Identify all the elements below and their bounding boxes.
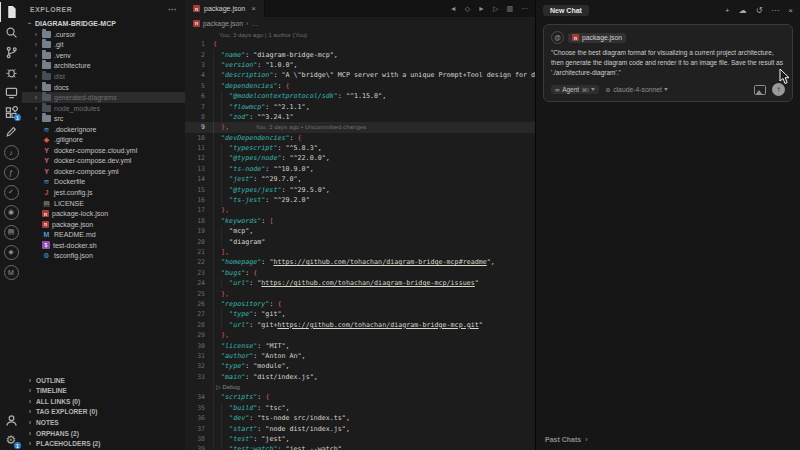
send-button[interactable]: ↑ bbox=[772, 83, 785, 96]
ext-music-icon[interactable]: ♪ bbox=[0, 142, 22, 162]
tree-item-label: dist bbox=[54, 73, 65, 80]
tree-item-dist[interactable]: ›dist bbox=[22, 71, 185, 82]
pen-icon[interactable] bbox=[0, 122, 22, 142]
tree-item-docker-compose-cloud-yml[interactable]: Ydocker-compose.cloud.yml bbox=[22, 145, 185, 156]
tree-item-label: .dockerignore bbox=[54, 126, 96, 133]
line-number: 32 bbox=[185, 362, 205, 370]
ext-tree-icon[interactable]: ✓ bbox=[0, 182, 22, 202]
ext-document-icon[interactable]: ▤ bbox=[0, 222, 22, 242]
past-chats-link[interactable]: Past Chats › bbox=[536, 436, 800, 450]
image-attach-icon[interactable] bbox=[754, 85, 766, 95]
model-selector[interactable]: ⚙ claude-4-sonnet bbox=[605, 86, 668, 93]
tree-item-src[interactable]: ›src bbox=[22, 113, 185, 124]
section-tag-explorer-0-[interactable]: ›TAG EXPLORER (0) bbox=[22, 407, 185, 418]
ext-markdown-icon[interactable]: M bbox=[0, 262, 22, 282]
section-label: NOTES bbox=[36, 419, 59, 426]
tree-item-docker-compose-yml[interactable]: Ydocker-compose.yml bbox=[22, 166, 185, 177]
npm-icon: n bbox=[193, 20, 200, 27]
tree-item-test-docker-sh[interactable]: $test-docker.sh bbox=[22, 240, 185, 251]
tree-item--gitignore[interactable]: ◆.gitignore bbox=[22, 134, 185, 145]
chevron-right-icon: › bbox=[33, 62, 39, 69]
settings-icon[interactable]: ⚙1 bbox=[0, 430, 22, 450]
more-actions-icon[interactable]: ⋯ bbox=[521, 5, 528, 13]
tree-item--dockerignore[interactable]: ≋.dockerignore bbox=[22, 124, 185, 135]
ext-record-icon[interactable]: ◉ bbox=[0, 202, 22, 222]
next-change-icon[interactable]: ► bbox=[478, 5, 485, 12]
search-icon[interactable] bbox=[0, 22, 22, 42]
gitlens-inline-blame: You, 3 days ago • Uncommitted changes bbox=[255, 123, 366, 130]
close-icon[interactable]: × bbox=[251, 4, 256, 13]
tree-item-label: docker-compose.dev.yml bbox=[54, 157, 131, 164]
split-editor-icon[interactable]: ▥ bbox=[506, 5, 513, 13]
tree-item-docs[interactable]: ›docs bbox=[22, 82, 185, 93]
section-notes[interactable]: ›NOTES bbox=[22, 417, 185, 428]
tree-item--cursor[interactable]: ›.cursor bbox=[22, 29, 185, 40]
line-number: 9 bbox=[185, 123, 205, 131]
tree-item-generated-diagrams[interactable]: ›generated-diagrams bbox=[22, 92, 185, 103]
tree-item--git[interactable]: ›.git bbox=[22, 40, 185, 51]
add-context-button[interactable]: @ bbox=[551, 31, 564, 44]
tree-item-jest-config-js[interactable]: Jjest.config.js bbox=[22, 187, 185, 198]
tree-item-dockerfile[interactable]: ≋Dockerfile bbox=[22, 177, 185, 188]
cloud-icon[interactable]: ☁ bbox=[739, 7, 747, 15]
tree-item-package-lock-json[interactable]: npackage-lock.json bbox=[22, 208, 185, 219]
tree-item-license[interactable]: ▤LICENSE bbox=[22, 198, 185, 209]
chat-input-card[interactable]: @ n package.json "Choose the best diagra… bbox=[543, 24, 793, 102]
line-number: 2 bbox=[185, 51, 205, 59]
line-number: 17 bbox=[185, 206, 205, 214]
code-line-14: 14 "jest": "^29.7.0", bbox=[185, 174, 535, 184]
new-chat-icon[interactable]: + bbox=[725, 7, 730, 15]
tree-item-label: .venv bbox=[54, 52, 71, 59]
breadcrumb[interactable]: n package.json › … bbox=[185, 17, 535, 29]
tree-item-tsconfig-json[interactable]: ⚙tsconfig.json bbox=[22, 250, 185, 261]
folder-icon bbox=[42, 31, 51, 38]
chat-header-icons: +☁↺⋯× bbox=[725, 7, 793, 15]
explorer-more-icon[interactable]: ⋯ bbox=[168, 5, 177, 14]
tree-item-node-modules[interactable]: ›node_modules bbox=[22, 103, 185, 114]
tree-root-diagram-bridge-mcp[interactable]: › DIAGRAM-BRIDGE-MCP bbox=[22, 18, 185, 29]
tree-item--venv[interactable]: ›.venv bbox=[22, 50, 185, 61]
close-icon[interactable]: × bbox=[788, 7, 793, 15]
tree-item-architecture[interactable]: ›architecture bbox=[22, 61, 185, 72]
code-line-30: 30 "license": "MIT", bbox=[185, 340, 535, 350]
tree-item-label: README.md bbox=[54, 231, 96, 238]
ext-feather-icon[interactable]: ƒ bbox=[0, 162, 22, 182]
tree-item-readme-md[interactable]: MREADME.md bbox=[22, 229, 185, 240]
more-icon[interactable]: ⋯ bbox=[771, 7, 779, 15]
run-icon[interactable]: ▷ bbox=[493, 5, 498, 13]
extensions-icon[interactable]: 1 bbox=[0, 102, 22, 122]
tab-package-json[interactable]: n package.json × bbox=[185, 0, 265, 17]
remote-explorer-icon[interactable] bbox=[0, 82, 22, 102]
agent-mode-selector[interactable]: ∞ Agent ⌘I bbox=[551, 85, 599, 94]
section-orphans-2-[interactable]: ›ORPHANS (2) bbox=[22, 428, 185, 439]
ext-package-icon[interactable]: ◈ bbox=[0, 242, 22, 262]
code-line-22: 22 "homepage": "https://github.com/tohac… bbox=[185, 257, 535, 267]
chat-message-input[interactable]: "Choose the best diagram format for visu… bbox=[551, 48, 785, 77]
line-number: 35 bbox=[185, 404, 205, 412]
code-editor[interactable]: 1{2 "name": "diagram-bridge-mcp",3 "vers… bbox=[185, 39, 535, 450]
tab-new-chat[interactable]: New Chat bbox=[543, 5, 589, 16]
code-line-8: 8 "zod": "^3.24.1" bbox=[185, 112, 535, 122]
folder-icon bbox=[42, 115, 51, 122]
context-chip-package-json[interactable]: n package.json bbox=[568, 33, 626, 43]
section-outline[interactable]: ›OUTLINE bbox=[22, 375, 185, 386]
docker-icon: ≋ bbox=[42, 126, 51, 133]
codelens-debug[interactable]: ▷ Debug bbox=[213, 384, 240, 390]
line-number: 15 bbox=[185, 186, 205, 194]
debug-icon[interactable] bbox=[0, 62, 22, 82]
section-timeline[interactable]: ›TIMELINE bbox=[22, 385, 185, 396]
history-icon[interactable]: ↺ bbox=[756, 7, 763, 15]
explorer-icon[interactable] bbox=[0, 2, 23, 22]
npm-icon: n bbox=[42, 210, 49, 217]
account-icon[interactable] bbox=[0, 410, 22, 430]
prev-change-icon[interactable]: ◄ bbox=[450, 5, 457, 12]
source-control-icon[interactable] bbox=[0, 42, 22, 62]
tree-item-package-json[interactable]: npackage.json bbox=[22, 219, 185, 230]
activity-bar: 1♪ƒ✓◉▤◈M⚙1 bbox=[0, 0, 22, 450]
nav-dot-icon[interactable]: ◇ bbox=[465, 5, 470, 13]
shell-icon: $ bbox=[42, 241, 50, 249]
code-line-3: 3 "version": "1.0.0", bbox=[185, 60, 535, 70]
tree-item-docker-compose-dev-yml[interactable]: Ydocker-compose.dev.yml bbox=[22, 156, 185, 167]
section-all-links-0-[interactable]: ›ALL LINKS (0) bbox=[22, 396, 185, 407]
section-placeholders-2-[interactable]: ›PLACEHOLDERS (2) bbox=[22, 438, 185, 449]
